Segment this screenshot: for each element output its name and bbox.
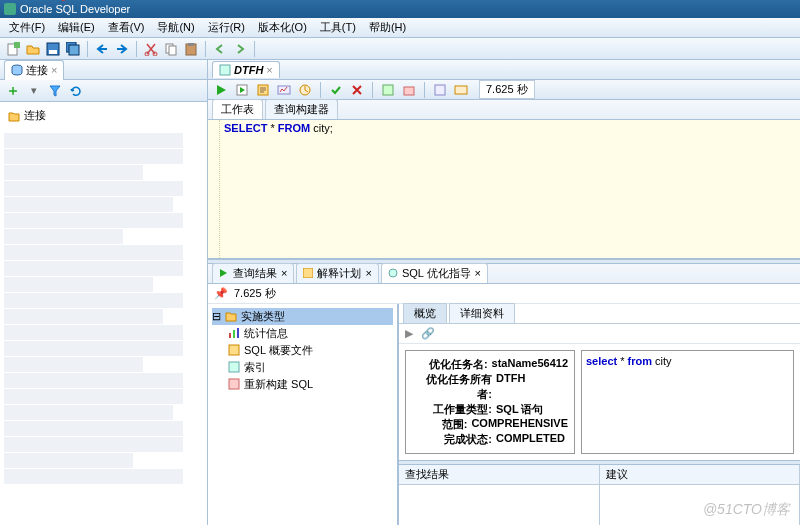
blurred-item — [4, 165, 143, 180]
result-toolbar: 📌 7.625 秒 — [208, 284, 800, 304]
worksheet-subtab[interactable]: 工作表 — [212, 99, 263, 119]
blurred-item — [4, 149, 183, 164]
col-header: 查找结果 — [399, 465, 599, 485]
info-val: COMPLETED — [496, 432, 565, 447]
restructure-icon — [228, 378, 240, 390]
blurred-item — [4, 197, 173, 212]
collapse-icon[interactable]: ⊟ — [212, 310, 221, 323]
sql-code[interactable]: SELECT * FROM city; — [220, 120, 800, 258]
menu-edit[interactable]: 编辑(E) — [53, 18, 100, 37]
menu-versioning[interactable]: 版本化(O) — [253, 18, 312, 37]
menu-run[interactable]: 运行(R) — [203, 18, 250, 37]
connections-root-label: 连接 — [24, 108, 46, 123]
right-panel: DTFH × 7.625 秒 解释计划 SQL优化指导 工作表 — [208, 60, 800, 525]
back-button[interactable] — [211, 40, 229, 58]
tree-root[interactable]: ⊟实施类型 — [212, 308, 393, 325]
menu-tools[interactable]: 工具(T) — [315, 18, 361, 37]
info-key: 优化任务名: — [412, 357, 488, 372]
commit-button[interactable] — [327, 81, 345, 99]
svg-rect-11 — [188, 43, 194, 46]
blurred-item — [4, 309, 163, 324]
findings-column: 查找结果 — [399, 465, 600, 525]
save-button[interactable] — [44, 40, 62, 58]
main-toolbar — [0, 38, 800, 60]
title-bar: Oracle SQL Developer — [0, 0, 800, 18]
connections-tab[interactable]: 连接 × — [4, 60, 64, 80]
run-script-button[interactable] — [233, 81, 251, 99]
blurred-item — [4, 453, 133, 468]
tab-label: 解释计划 — [317, 266, 361, 281]
menu-file[interactable]: 文件(F) — [4, 18, 50, 37]
autotrace-button[interactable] — [275, 81, 293, 99]
clear-button[interactable] — [400, 81, 418, 99]
tree-label: SQL 概要文件 — [244, 343, 313, 358]
refresh-button[interactable] — [67, 82, 85, 100]
findings-tree[interactable]: ⊟实施类型 统计信息 SQL 概要文件 索引 重新构建 SQL — [208, 304, 398, 525]
detail-tab[interactable]: 详细资料 — [449, 303, 515, 323]
blurred-item — [4, 341, 183, 356]
sql-editor[interactable]: SELECT * FROM city; — [208, 120, 800, 259]
run-button[interactable] — [212, 81, 230, 99]
menu-navigate[interactable]: 导航(N) — [152, 18, 199, 37]
sql-tuning-tab[interactable]: SQL 优化指导× — [381, 263, 488, 283]
menu-view[interactable]: 查看(V) — [103, 18, 150, 37]
dropdown-button[interactable]: ▾ — [25, 82, 43, 100]
redo-button[interactable] — [113, 40, 131, 58]
pin-icon[interactable]: 📌 — [214, 287, 228, 300]
tree-item-stats[interactable]: 统计信息 — [212, 325, 393, 342]
snippets-button[interactable] — [452, 81, 470, 99]
unshared-worksheet-button[interactable] — [379, 81, 397, 99]
blurred-item — [4, 133, 183, 148]
close-icon[interactable]: × — [365, 267, 371, 279]
undo-button[interactable] — [93, 40, 111, 58]
menu-help[interactable]: 帮助(H) — [364, 18, 411, 37]
svg-rect-19 — [404, 87, 414, 95]
filter-button[interactable] — [46, 82, 64, 100]
tree-item-restructure[interactable]: 重新构建 SQL — [212, 376, 393, 393]
editor-tabs: DTFH × — [208, 60, 800, 80]
tree-item-index[interactable]: 索引 — [212, 359, 393, 376]
close-icon[interactable]: × — [475, 267, 481, 279]
sql-tuning-button[interactable] — [296, 81, 314, 99]
query-result-tab[interactable]: 查询结果× — [212, 263, 294, 283]
copy-button[interactable] — [162, 40, 180, 58]
play-icon[interactable]: ▶ — [405, 327, 413, 340]
forward-button[interactable] — [231, 40, 249, 58]
detail-toolbar: ▶ 🔗 — [399, 324, 800, 344]
menu-bar: 文件(F) 编辑(E) 查看(V) 导航(N) 运行(R) 版本化(O) 工具(… — [0, 18, 800, 38]
save-all-button[interactable] — [64, 40, 82, 58]
svg-rect-25 — [233, 330, 235, 338]
col-header: 建议 — [600, 465, 800, 485]
tree-item-profile[interactable]: SQL 概要文件 — [212, 342, 393, 359]
explain-plan-tab[interactable]: 解释计划× — [296, 263, 378, 283]
blurred-item — [4, 389, 183, 404]
close-icon[interactable]: × — [281, 267, 287, 279]
paste-button[interactable] — [182, 40, 200, 58]
query-builder-subtab[interactable]: 查询构建器 — [265, 99, 338, 119]
blurred-item — [4, 293, 183, 308]
explain-plan-button[interactable] — [254, 81, 272, 99]
db-icon — [11, 64, 23, 76]
info-val: staName56412 — [492, 357, 568, 372]
connections-tree[interactable]: 连接 — [0, 102, 207, 525]
connections-root[interactable]: 连接 — [4, 106, 203, 125]
link-icon[interactable]: 🔗 — [421, 327, 435, 340]
rollback-button[interactable] — [348, 81, 366, 99]
blurred-item — [4, 373, 183, 388]
history-button[interactable] — [431, 81, 449, 99]
tree-label: 重新构建 SQL — [244, 377, 313, 392]
open-button[interactable] — [24, 40, 42, 58]
info-val: SQL 语句 — [496, 402, 543, 417]
result-body: ⊟实施类型 统计信息 SQL 概要文件 索引 重新构建 SQL 概览 详细资料 … — [208, 304, 800, 525]
overview-tab[interactable]: 概览 — [403, 303, 447, 323]
tree-label: 统计信息 — [244, 326, 288, 341]
cut-button[interactable] — [142, 40, 160, 58]
new-button[interactable] — [4, 40, 22, 58]
close-icon[interactable]: × — [51, 64, 57, 76]
left-tabs: 连接 × — [0, 60, 207, 80]
new-connection-button[interactable]: ＋ — [4, 82, 22, 100]
recommendations-column: 建议 — [600, 465, 801, 525]
blurred-item — [4, 325, 183, 340]
close-icon[interactable]: × — [266, 64, 272, 76]
worksheet-tab[interactable]: DTFH × — [212, 61, 280, 78]
